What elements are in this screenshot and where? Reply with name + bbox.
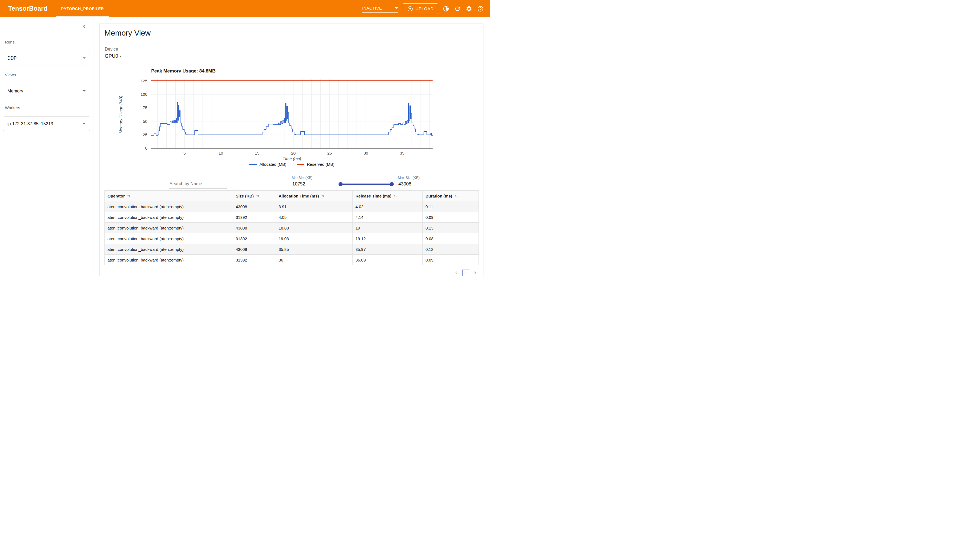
contrast-icon	[443, 5, 449, 12]
settings-button[interactable]	[465, 5, 473, 12]
page-title: Memory View	[105, 29, 151, 37]
table-row: aten::convolution_backward (aten::empty)…	[105, 223, 479, 233]
search-input[interactable]	[169, 180, 227, 188]
device-select-value: GPU0	[105, 53, 118, 59]
help-icon	[477, 5, 484, 12]
help-button[interactable]	[477, 5, 484, 12]
sort-arrows-icon	[455, 194, 458, 198]
sidebar: Runs DDP Views Memory Workers ip-172-31-…	[0, 17, 93, 276]
table-row: aten::convolution_backward (aten::empty)…	[105, 233, 479, 244]
sidebar-collapse-button[interactable]	[81, 23, 88, 30]
column-header-release-time-ms[interactable]: Release Time (ms)	[353, 191, 423, 201]
table-cell: 4.02	[353, 201, 423, 212]
max-size-label: Max Size(KB)	[398, 175, 420, 180]
x-tick-label: 5	[183, 151, 186, 155]
allocated-mb-series-line	[151, 102, 433, 136]
refresh-icon	[454, 5, 461, 12]
views-select[interactable]: Memory	[3, 84, 90, 98]
chevron-right-icon	[473, 270, 478, 275]
status-select[interactable]: INACTIVE	[362, 5, 398, 13]
column-header-label: Size (KB)	[236, 194, 254, 198]
table-cell: 0.12	[423, 244, 479, 255]
sort-arrows-icon	[393, 194, 397, 198]
pagination: 1	[453, 269, 478, 276]
next-page-button[interactable]	[473, 270, 478, 276]
gear-icon	[466, 5, 472, 12]
table-cell: 18.88	[276, 223, 353, 233]
chart-legend: Allocated (MB)Reserved (MB)	[151, 162, 433, 167]
column-header-label: Release Time (ms)	[355, 194, 391, 198]
legend-label: Reserved (MB)	[307, 162, 334, 167]
memory-view-card: Memory View Device GPU0 Peak Memory Usag…	[99, 24, 484, 276]
app-brand: TensorBoard	[8, 5, 48, 12]
x-tick-label: 30	[364, 151, 368, 155]
prev-page-button[interactable]	[453, 270, 459, 276]
chevron-down-icon	[83, 123, 86, 124]
table-cell: 3.91	[276, 201, 353, 212]
slider-active-track[interactable]	[341, 183, 392, 185]
table-row: aten::convolution_backward (aten::empty)…	[105, 201, 479, 212]
y-axis-title: Memory Usage (MB)	[118, 96, 123, 134]
legend-swatch	[297, 164, 304, 165]
max-size-input[interactable]	[398, 181, 425, 189]
sort-arrows-icon	[256, 194, 260, 198]
refresh-button[interactable]	[454, 5, 461, 12]
upload-icon	[407, 6, 413, 12]
table-cell: 0.09	[423, 212, 479, 223]
legend-item: Reserved (MB)	[297, 162, 334, 167]
column-header-duration-ms[interactable]: Duration (ms)	[423, 191, 479, 201]
table-row: aten::convolution_backward (aten::empty)…	[105, 212, 479, 223]
runs-label: Runs	[5, 40, 14, 44]
table-cell: 36	[276, 255, 353, 265]
chevron-down-icon	[83, 90, 86, 92]
x-tick-label: 10	[218, 151, 223, 155]
column-header-allocation-time-ms[interactable]: Allocation Time (ms)	[276, 191, 353, 201]
size-range-slider[interactable]	[323, 182, 395, 187]
current-page[interactable]: 1	[462, 269, 469, 276]
runs-select[interactable]: DDP	[3, 51, 90, 65]
theme-toggle-button[interactable]	[442, 5, 450, 12]
y-tick-label: 50	[143, 119, 147, 124]
table-cell: 19	[353, 223, 423, 233]
y-tick-label: 125	[140, 78, 147, 83]
table-cell: 36.09	[353, 255, 423, 265]
y-tick-label: 0	[145, 146, 147, 150]
workers-select[interactable]: ip-172-31-37-85_15213	[3, 116, 90, 131]
table-cell: 43008	[233, 244, 276, 255]
table-cell: 35.97	[353, 244, 423, 255]
device-select[interactable]: GPU0	[105, 53, 122, 61]
table-cell: aten::convolution_backward (aten::empty)	[105, 212, 233, 223]
operator-table: OperatorSize (KB)Allocation Time (ms)Rel…	[105, 190, 479, 265]
chevron-left-icon	[454, 270, 459, 275]
topbar-actions: INACTIVE UPLOAD	[362, 3, 484, 14]
table-cell: aten::convolution_backward (aten::empty)	[105, 201, 233, 212]
column-header-label: Operator	[107, 194, 125, 198]
y-tick-label: 100	[140, 92, 147, 97]
column-header-operator[interactable]: Operator	[105, 191, 233, 201]
upload-button-label: UPLOAD	[415, 6, 434, 11]
min-size-label: Min Size(KB)	[292, 175, 313, 180]
slider-min-handle[interactable]	[339, 182, 343, 186]
slider-max-handle[interactable]	[390, 182, 394, 186]
column-header-size-kb[interactable]: Size (KB)	[233, 191, 276, 201]
table-cell: 0.13	[423, 223, 479, 233]
table-cell: 19.03	[276, 233, 353, 244]
workers-select-value: ip-172-31-37-85_15213	[7, 121, 53, 126]
table-header-row: OperatorSize (KB)Allocation Time (ms)Rel…	[105, 191, 479, 201]
table-row: aten::convolution_backward (aten::empty)…	[105, 244, 479, 255]
table-cell: 43008	[233, 201, 276, 212]
table-cell: 4.14	[353, 212, 423, 223]
min-size-input[interactable]	[292, 181, 321, 189]
tab-pytorch-profiler[interactable]: PYTORCH_PROFILER	[56, 0, 109, 17]
status-select-value: INACTIVE	[362, 6, 382, 10]
upload-button[interactable]: UPLOAD	[403, 3, 438, 14]
top-app-bar: TensorBoard PYTORCH_PROFILER INACTIVE UP…	[0, 0, 490, 17]
views-label: Views	[5, 72, 16, 77]
table-body: aten::convolution_backward (aten::empty)…	[105, 201, 479, 265]
chevron-left-icon	[81, 23, 88, 30]
memory-chart: 02550751001255101520253035Time (ms)Memor…	[118, 76, 439, 161]
workers-label: Workers	[5, 105, 20, 110]
table-cell: 31392	[233, 255, 276, 265]
table-cell: 0.09	[423, 255, 479, 265]
chevron-down-icon	[395, 7, 398, 9]
